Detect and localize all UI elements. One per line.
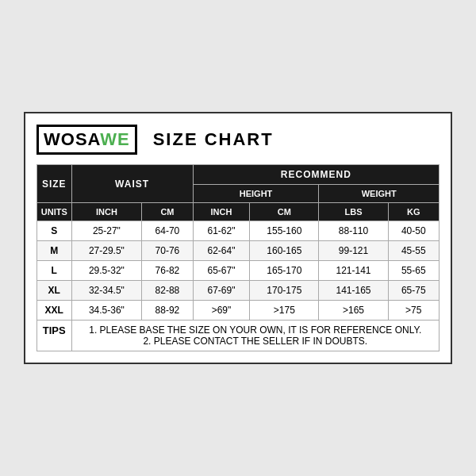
- cell-waist-cm: 70-76: [142, 241, 193, 261]
- unit-height-inch: inch: [193, 203, 250, 221]
- tips-content: 1. PLEASE BASE THE SIZE ON YOUR OWN, IT …: [71, 321, 439, 351]
- chart-header: WOSAWE SIZE CHART: [36, 125, 440, 155]
- cell-size: XXL: [37, 301, 72, 321]
- cell-size: S: [37, 221, 72, 241]
- unit-size: UNITS: [37, 203, 72, 221]
- cell-weight-lbs: 141-165: [319, 281, 388, 301]
- cell-weight-kg: >75: [388, 301, 439, 321]
- cell-height-inch: 67-69": [193, 281, 250, 301]
- cell-weight-kg: 40-50: [388, 221, 439, 241]
- table-row: XL 32-34.5" 82-88 67-69" 170-175 141-165…: [37, 281, 440, 301]
- units-row: UNITS inch cm inch cm lbs kg: [37, 203, 440, 221]
- cell-weight-kg: 65-75: [388, 281, 439, 301]
- size-chart-table: SIZE WAIST RECOMMEND HEIGHT WEIGHT UNITS…: [36, 164, 440, 351]
- table-row: M 27-29.5" 70-76 62-64" 160-165 99-121 4…: [37, 241, 440, 261]
- cell-height-cm: 155-160: [250, 221, 319, 241]
- cell-waist-inch: 27-29.5": [71, 241, 142, 261]
- tips-row: TIPS 1. PLEASE BASE THE SIZE ON YOUR OWN…: [37, 321, 440, 351]
- unit-height-cm: cm: [250, 203, 319, 221]
- tips-line: 2. PLEASE CONTACT THE SELLER IF IN DOUBT…: [75, 336, 436, 347]
- table-row: L 29.5-32" 76-82 65-67" 165-170 121-141 …: [37, 261, 440, 281]
- cell-height-cm: 170-175: [250, 281, 319, 301]
- cell-height-inch: 61-62": [193, 221, 250, 241]
- size-chart-container: WOSAWE SIZE CHART SIZE WAIST RECOMMEND H…: [24, 112, 452, 364]
- col-header-weight: WEIGHT: [319, 185, 440, 203]
- cell-size: M: [37, 241, 72, 261]
- cell-waist-cm: 82-88: [142, 281, 193, 301]
- cell-waist-inch: 25-27": [71, 221, 142, 241]
- cell-waist-inch: 32-34.5": [71, 281, 142, 301]
- tips-line: 1. PLEASE BASE THE SIZE ON YOUR OWN, IT …: [75, 324, 436, 336]
- cell-waist-inch: 34.5-36": [71, 301, 142, 321]
- cell-height-cm: >175: [250, 301, 319, 321]
- unit-waist-inch: inch: [71, 203, 142, 221]
- unit-weight-kg: kg: [388, 203, 439, 221]
- logo-box: WOSAWE: [36, 125, 137, 155]
- col-header-recommend: RECOMMEND: [193, 165, 439, 185]
- tips-label: TIPS: [37, 321, 72, 351]
- chart-title: SIZE CHART: [153, 129, 274, 150]
- cell-height-inch: 65-67": [193, 261, 250, 281]
- header-row-1: SIZE WAIST RECOMMEND: [37, 165, 440, 185]
- cell-size: L: [37, 261, 72, 281]
- cell-waist-cm: 64-70: [142, 221, 193, 241]
- cell-waist-cm: 76-82: [142, 261, 193, 281]
- cell-size: XL: [37, 281, 72, 301]
- cell-weight-lbs: >165: [319, 301, 388, 321]
- cell-waist-inch: 29.5-32": [71, 261, 142, 281]
- cell-waist-cm: 88-92: [142, 301, 193, 321]
- cell-weight-lbs: 88-110: [319, 221, 388, 241]
- col-header-height: HEIGHT: [193, 185, 319, 203]
- cell-weight-kg: 55-65: [388, 261, 439, 281]
- cell-weight-lbs: 99-121: [319, 241, 388, 261]
- col-header-size: SIZE: [37, 165, 72, 203]
- cell-height-cm: 165-170: [250, 261, 319, 281]
- table-row: XXL 34.5-36" 88-92 >69" >175 >165 >75: [37, 301, 440, 321]
- table-body: S 25-27" 64-70 61-62" 155-160 88-110 40-…: [37, 221, 440, 351]
- cell-weight-lbs: 121-141: [319, 261, 388, 281]
- cell-height-cm: 160-165: [250, 241, 319, 261]
- cell-weight-kg: 45-55: [388, 241, 439, 261]
- cell-height-inch: >69": [193, 301, 250, 321]
- logo-prefix: WOSA: [44, 129, 100, 149]
- logo: WOSAWE: [44, 129, 130, 150]
- unit-waist-cm: cm: [142, 203, 193, 221]
- table-row: S 25-27" 64-70 61-62" 155-160 88-110 40-…: [37, 221, 440, 241]
- logo-suffix: WE: [100, 129, 129, 149]
- cell-height-inch: 62-64": [193, 241, 250, 261]
- col-header-waist: WAIST: [71, 165, 193, 203]
- unit-weight-lbs: lbs: [319, 203, 388, 221]
